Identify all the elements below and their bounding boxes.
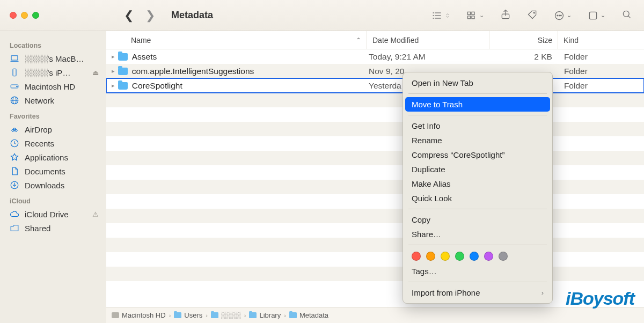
context-menu-item[interactable]: Get Info [403,119,552,133]
context-menu-item[interactable]: Share… [403,227,552,241]
cloud-icon [10,209,19,219]
sidebar-item-label: Recents [25,139,54,148]
path-bar[interactable]: Macintosh HD›Users›░░░░›Library›Metadata [106,307,644,323]
sidebar-item-icloud-drive[interactable]: iCloud Drive⚠︎ [0,207,106,221]
view-list-button[interactable] [432,10,450,21]
unknown-toolbar-item[interactable]: ⌄ [588,10,605,21]
svg-point-15 [561,15,562,16]
more-actions-button[interactable]: ⌄ [554,10,572,21]
context-menu-item[interactable]: Move to Trash [405,97,550,112]
eject-icon[interactable]: ⏏ [92,69,99,77]
path-separator-icon: › [244,312,246,319]
tag-color-dot[interactable] [455,252,464,261]
context-menu-item[interactable]: Open in New Tab [403,76,552,90]
svg-point-17 [623,11,629,17]
close-window-button[interactable] [10,12,17,19]
sidebar-item-iphone[interactable]: ░░░░'s iP…⏏ [0,65,106,79]
sidebar-item-label: Applications [25,153,68,162]
disk-icon [112,312,119,318]
context-menu-item[interactable]: Quick Look [403,191,552,205]
svg-rect-9 [472,16,474,18]
sidebar-item-shared[interactable]: Shared [0,221,106,235]
zoom-window-button[interactable] [32,12,39,19]
tag-color-dot[interactable] [412,252,421,261]
folder-icon [249,312,257,318]
path-crumb[interactable]: Metadata [289,311,328,319]
column-label: Date Modified [372,36,419,45]
sidebar-item-airdrop[interactable]: AirDrop [0,122,106,136]
svg-rect-6 [468,12,471,14]
path-crumb[interactable]: ░░░░ [211,311,241,319]
disclosure-triangle-icon[interactable]: ▸ [106,68,117,75]
tag-color-dot[interactable] [426,252,435,261]
svg-point-11 [533,12,535,13]
sidebar-item-network[interactable]: Network [0,93,106,107]
path-separator-icon: › [284,312,286,319]
column-headers: Name⌃ Date Modified Size Kind [106,31,644,49]
file-kind: Folder [559,67,644,76]
search-button[interactable] [621,9,632,22]
menu-item-label: Tags… [412,267,437,276]
sidebar-item-label: AirDrop [25,125,52,134]
file-row[interactable]: ▸ com.apple.IntelligentSuggestions Nov 9… [106,64,644,78]
path-crumb[interactable]: Users [174,311,202,319]
path-crumb-label: Users [184,311,202,319]
tag-color-dot[interactable] [499,252,508,261]
minimize-window-button[interactable] [21,12,28,19]
sidebar-item-recents[interactable]: Recents [0,136,106,150]
group-by-button[interactable]: ⌄ [466,10,484,21]
watermark-logo: iBoysoft [566,288,634,309]
tag-color-dot[interactable] [441,252,450,261]
context-menu-item[interactable]: Compress “CoreSpotlight” [403,148,552,162]
back-button[interactable]: ❮ [124,9,134,23]
column-size[interactable]: Size [489,31,558,49]
sidebar-item-applications[interactable]: Applications [0,150,106,164]
sidebar-item-macintosh-hd[interactable]: Macintosh HD [0,79,106,93]
warning-icon: ⚠︎ [92,210,99,218]
path-crumb[interactable]: Macintosh HD [112,311,166,319]
sidebar-item-downloads[interactable]: Downloads [0,178,106,192]
menu-item-label: Compress “CoreSpotlight” [412,150,504,159]
context-menu-item[interactable]: Copy [403,212,552,227]
tag-color-dot[interactable] [484,252,493,261]
context-menu-item[interactable]: Make Alias [403,177,552,191]
menu-item-label: Move to Trash [412,100,463,109]
column-name[interactable]: Name⌃ [106,31,367,49]
sidebar-item-documents[interactable]: Documents [0,164,106,178]
folder-icon [117,68,129,75]
laptop-icon [10,54,19,63]
clock-icon [10,138,19,148]
context-menu-item[interactable]: Import from iPhone› [403,285,552,300]
sidebar-item-label: Shared [25,224,50,233]
path-separator-icon: › [206,312,208,319]
sidebar-item-label: ░░░░'s MacB… [25,54,84,63]
context-menu-item[interactable]: Rename [403,133,552,148]
context-menu-item[interactable]: Tags… [403,264,552,278]
share-button[interactable] [500,9,511,22]
window-controls [0,12,49,19]
forward-button[interactable]: ❯ [145,9,155,23]
column-date-modified[interactable]: Date Modified [367,31,489,49]
disclosure-triangle-icon[interactable]: ▸ [106,82,117,89]
tags-button[interactable] [527,9,538,22]
file-date-modified: Today, 9:21 AM [369,52,491,62]
menu-item-label: Quick Look [412,194,452,203]
column-kind[interactable]: Kind [558,31,644,49]
folder-icon [117,53,129,61]
svg-rect-16 [589,12,596,19]
applications-icon [10,152,19,162]
file-row[interactable]: ▸ Assets Today, 9:21 AM 2 KB Folder [106,49,644,64]
column-label: Size [538,36,552,45]
tag-color-dot[interactable] [470,252,479,261]
file-row[interactable]: ▸ CoreSpotlight Yesterda Folder [106,78,644,93]
svg-point-4 [433,15,434,16]
svg-rect-21 [13,69,16,76]
sidebar-item-label: ░░░░'s iP… [25,68,70,77]
context-menu-item[interactable]: Duplicate [403,162,552,177]
path-crumb-label: Metadata [299,311,328,319]
file-kind: Folder [559,81,644,91]
menu-item-label: Copy [412,215,430,224]
path-crumb[interactable]: Library [249,311,281,319]
sidebar-item-macbook[interactable]: ░░░░'s MacB… [0,52,106,65]
disclosure-triangle-icon[interactable]: ▸ [106,53,117,60]
